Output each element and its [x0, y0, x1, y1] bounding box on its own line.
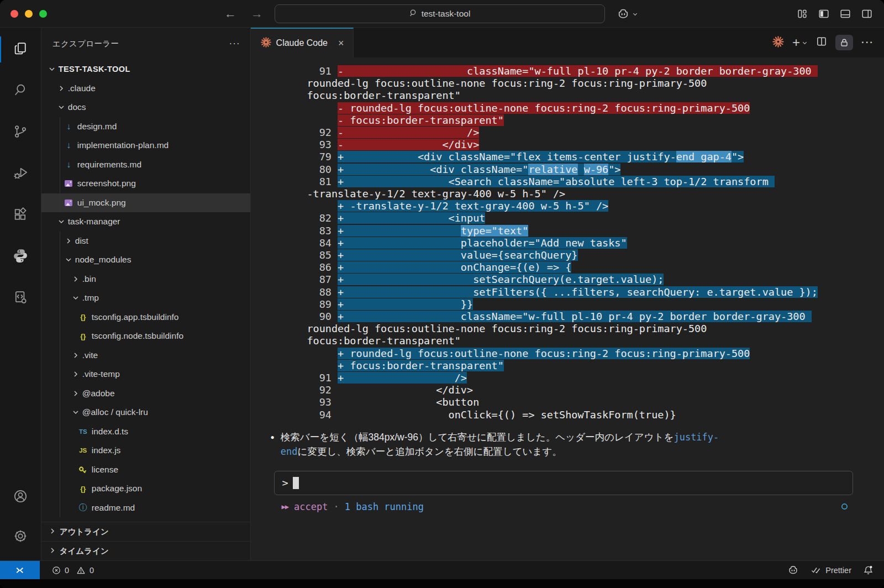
tree-item--vite[interactable]: .vite: [41, 346, 250, 365]
indent-guide: [60, 308, 60, 327]
tree-item--tmp[interactable]: .tmp: [41, 288, 250, 308]
tree-item-label: @adobe: [82, 389, 115, 398]
sidebar-item-search[interactable]: [0, 70, 41, 112]
claude-code-terminal[interactable]: 91 - className="w-full pl-10 pr-4 py-2 b…: [251, 57, 884, 560]
split-editor-icon[interactable]: [816, 36, 827, 49]
tree-item-tsconfig-app-tsbuildinfo[interactable]: {}tsconfig.app.tsbuildinfo: [41, 308, 250, 327]
copilot-menu[interactable]: [617, 0, 638, 28]
tree-item-design-md[interactable]: ↓design.md: [41, 117, 250, 136]
tree-item-requirements-md[interactable]: ↓requirements.md: [41, 155, 250, 175]
lock-button[interactable]: [835, 35, 853, 50]
copilot-icon[interactable]: [787, 564, 799, 576]
files-icon: [13, 41, 28, 59]
sidebar-item-python[interactable]: [0, 236, 41, 277]
more-icon[interactable]: ···: [861, 37, 874, 48]
tree-item--bin[interactable]: .bin: [41, 270, 250, 289]
new-session-button[interactable]: +: [792, 36, 808, 49]
bash-running-label[interactable]: 1 bash running: [345, 501, 424, 512]
tree-item-test-task-tool[interactable]: TEST-TASK-TOOL: [41, 60, 250, 79]
back-arrow-icon[interactable]: ←: [224, 7, 236, 21]
tree-item-index-js[interactable]: JSindex.js: [41, 441, 250, 460]
tree-item-ui-mock-png[interactable]: ui_mock.png: [41, 193, 250, 213]
tree-item--adobe[interactable]: @adobe: [41, 384, 250, 403]
chevron-down-icon: [71, 293, 81, 302]
session-status-row: ▶▶ accept · 1 bash running: [270, 501, 873, 512]
notifications-button[interactable]: [864, 565, 873, 575]
sidebar-item-extensions[interactable]: [0, 195, 41, 236]
diff-line-wrap-3: - rounded-lg focus:outline-none focus:ri…: [270, 102, 873, 114]
diff-output: 91 - className="w-full pl-10 pr-4 py-2 b…: [270, 65, 873, 421]
tree-item-license[interactable]: license: [41, 460, 250, 480]
diff-line-90-20: 90 + className="w-full pl-10 pr-4 py-2 b…: [270, 311, 873, 323]
tree-item--alloc-quick-lru[interactable]: @alloc / quick-lru: [41, 403, 250, 422]
ts-file-icon: TS: [78, 428, 88, 435]
assistant-summary: ● 検索バーを短く（幅384px/w-96）して右寄せに配置しました。ヘッダー内…: [270, 430, 873, 459]
toggle-secondary-sidebar-icon[interactable]: [861, 8, 873, 20]
tree-item-label: license: [92, 465, 118, 475]
diff-line-91-25: 91 + />: [270, 372, 873, 384]
more-actions-icon[interactable]: ···: [229, 38, 240, 49]
tree-item-task-manager[interactable]: task-manager: [41, 212, 250, 232]
command-center-search[interactable]: test-task-tool: [275, 4, 605, 23]
close-window-button[interactable]: [10, 10, 18, 18]
timeline-section[interactable]: タイムライン: [41, 541, 250, 560]
chevron-down-icon: [56, 217, 66, 226]
remote-indicator[interactable]: [0, 561, 40, 579]
history-nav: ← →: [224, 0, 263, 28]
sidebar-item-source-control[interactable]: [0, 112, 41, 153]
bell-icon: [864, 565, 873, 575]
tree-item-label: requirements.md: [77, 160, 141, 170]
tree-item-label: .claude: [68, 83, 96, 93]
toggle-primary-sidebar-icon[interactable]: [818, 8, 830, 20]
tab-claude-code[interactable]: Claude Code ×: [251, 28, 354, 57]
tree-item--claude[interactable]: .claude: [41, 79, 250, 98]
image-file-icon: [64, 200, 74, 206]
prompt-input[interactable]: >: [274, 471, 853, 495]
minimize-window-button[interactable]: [25, 10, 33, 18]
tree-item-index-d-ts[interactable]: TSindex.d.ts: [41, 422, 250, 442]
problems-indicator[interactable]: 0 0: [52, 566, 97, 575]
markdown-file-icon: ↓: [64, 122, 74, 132]
accept-arrows-icon: ▶▶: [282, 503, 288, 511]
forward-arrow-icon[interactable]: →: [251, 7, 263, 21]
chevron-right-icon: [71, 370, 81, 379]
sidebar-item-notebook-tools[interactable]: [0, 277, 41, 319]
tree-item--vite-temp[interactable]: .vite-temp: [41, 365, 250, 384]
indent-guide: [60, 232, 60, 251]
tree-item-label: .vite-temp: [82, 369, 120, 379]
tree-item-tsconfig-node-tsbuildinfo[interactable]: {}tsconfig.node.tsbuildinfo: [41, 327, 250, 346]
tree-item-docs[interactable]: docs: [41, 98, 250, 117]
maximize-window-button[interactable]: [39, 10, 47, 18]
tree-item-label: index.d.ts: [92, 427, 128, 437]
tree-item-implementation-plan-md[interactable]: ↓implementation-plan.md: [41, 136, 250, 155]
indent-guide: [60, 117, 60, 136]
tree-item-dist[interactable]: dist: [41, 232, 250, 251]
gear-icon: [13, 528, 28, 546]
diff-line-87-17: 87 + setSearchQuery(e.target.value);: [270, 274, 873, 286]
indent-guide: [60, 288, 60, 308]
tree-item-node-modules[interactable]: node_modules: [41, 250, 250, 270]
diff-line-wrap-23: + rounded-lg focus:outline-none focus:ri…: [270, 348, 873, 360]
tree-item-screenshot-png[interactable]: screenshot.png: [41, 174, 250, 193]
tree-item-package-json[interactable]: {}package.json: [41, 479, 250, 498]
sidebar-item-explorer[interactable]: [0, 29, 41, 70]
chevron-down-icon: [802, 40, 808, 46]
diff-line-93-27: 93 <button: [270, 396, 873, 408]
sidebar-item-run-debug[interactable]: [0, 153, 41, 195]
indent-guide: [60, 498, 60, 518]
accept-mode-label[interactable]: accept: [294, 501, 328, 512]
diff-line-83-13: 83 + type="text": [270, 225, 873, 237]
customize-layout-icon[interactable]: [796, 8, 808, 20]
warning-count: 0: [90, 566, 94, 575]
close-icon[interactable]: ×: [338, 38, 344, 49]
chevron-right-icon: [48, 546, 57, 556]
remote-icon: [15, 565, 25, 575]
toggle-panel-icon[interactable]: [839, 8, 851, 20]
settings-button[interactable]: [0, 517, 41, 557]
formatter-status[interactable]: Prettier: [811, 566, 851, 575]
tree-item-readme-md[interactable]: ⓘreadme.md: [41, 498, 250, 518]
accounts-button[interactable]: [0, 477, 41, 517]
python-icon: [12, 248, 29, 266]
diff-line-94-28: 94 onClick={() => setShowTaskForm(true)}: [270, 409, 873, 421]
outline-section[interactable]: アウトライン: [41, 522, 250, 541]
